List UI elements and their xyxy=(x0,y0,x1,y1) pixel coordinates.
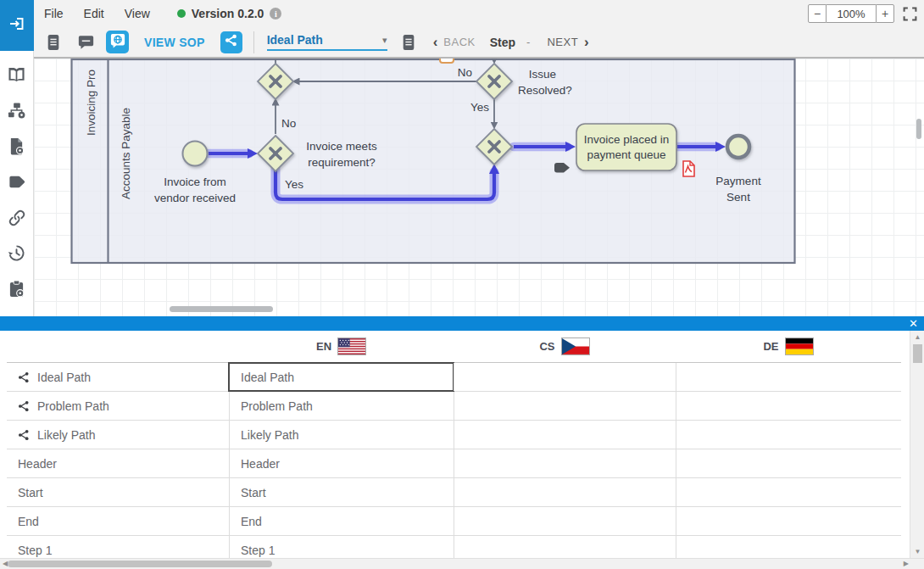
clipboard-gear-icon[interactable] xyxy=(8,280,25,298)
translation-input-en[interactable]: Start xyxy=(229,478,454,506)
bpmn-canvas[interactable]: Invoicing Pro Accounts Payable xyxy=(34,58,924,316)
table-row: Start Start xyxy=(7,478,901,507)
pdf-file-icon[interactable] xyxy=(683,161,694,176)
zoom-level-value: 100% xyxy=(827,4,876,23)
panel-horizontal-scrollbar[interactable]: ◀ ▶ xyxy=(0,558,924,569)
row-name-cell: Ideal Path xyxy=(7,363,229,391)
zoom-out-button[interactable]: − xyxy=(808,4,827,23)
table-row: Problem Path Problem Path xyxy=(7,392,901,421)
end-event[interactable] xyxy=(727,136,749,158)
row-label: Likely Path xyxy=(37,428,95,442)
path-selector-value: Ideal Path xyxy=(267,33,323,47)
translation-input-en[interactable]: Likely Path xyxy=(229,421,454,449)
row-name-cell: End xyxy=(7,507,229,535)
next-chevron-icon[interactable]: › xyxy=(584,35,589,49)
row-name-cell: Start xyxy=(7,478,229,506)
table-row: End End xyxy=(7,507,901,536)
share-icon xyxy=(18,429,30,441)
menu-file[interactable]: File xyxy=(44,7,64,20)
start-event-label-1: Invoice from xyxy=(164,176,226,188)
translation-input-de[interactable] xyxy=(676,392,901,420)
start-event-label-2: vendor received xyxy=(154,192,236,204)
translation-input-cs[interactable] xyxy=(454,421,676,449)
start-event[interactable] xyxy=(183,142,208,166)
panel-title-bar[interactable]: ✕ xyxy=(0,316,924,331)
sidebar xyxy=(0,0,34,316)
scroll-down-icon[interactable]: ▼ xyxy=(910,548,924,555)
toolbar: VIEW SOP Ideal Path ▾ ‹ BACK Step - NEXT… xyxy=(0,27,924,58)
pool-label: Invoicing Pro xyxy=(85,70,97,136)
lang-code-cs: CS xyxy=(539,340,554,353)
lane-label: Accounts Payable xyxy=(120,108,132,199)
table-row: Header Header xyxy=(7,449,901,478)
toolbar-divider xyxy=(253,31,254,53)
translation-input-de[interactable] xyxy=(676,363,901,391)
history-icon[interactable] xyxy=(8,244,25,262)
document-icon[interactable] xyxy=(46,34,61,51)
lang-code-en: EN xyxy=(316,340,331,353)
fullscreen-icon[interactable] xyxy=(903,7,917,21)
row-label: Problem Path xyxy=(37,399,109,413)
close-icon[interactable]: ✕ xyxy=(909,316,918,331)
translate-sop-button[interactable] xyxy=(106,31,129,53)
document-gear-icon[interactable] xyxy=(8,137,25,155)
view-sop-button[interactable]: VIEW SOP xyxy=(144,36,205,49)
translation-input-cs[interactable] xyxy=(454,507,676,535)
translation-input-en[interactable]: Step 1 xyxy=(229,536,454,558)
translation-input-de[interactable] xyxy=(676,421,901,449)
tag-icon[interactable] xyxy=(8,173,25,191)
sidebar-collapse-button[interactable] xyxy=(0,0,34,51)
book-icon[interactable] xyxy=(8,66,25,84)
sitemap-gear-icon[interactable] xyxy=(8,102,25,120)
panel-vertical-scrollbar[interactable]: ▲ ▼ xyxy=(910,331,924,558)
task-invoice-payment-queue[interactable] xyxy=(576,124,676,170)
gateway1-no-label: No xyxy=(281,117,296,130)
task-label-2: payment queue xyxy=(587,148,665,161)
scroll-right-icon[interactable]: ▶ xyxy=(904,560,909,567)
issue-no-label: No xyxy=(458,66,472,79)
translation-input-cs[interactable] xyxy=(454,478,676,506)
translation-input-de[interactable] xyxy=(676,507,901,535)
annotation-icon[interactable] xyxy=(440,59,454,63)
task-label-1: Invoice placed in xyxy=(584,133,670,146)
scroll-up-icon[interactable]: ▲ xyxy=(910,333,924,341)
chevron-down-icon: ▾ xyxy=(382,35,387,46)
back-button[interactable]: BACK xyxy=(443,36,475,48)
vertical-scroll-thumb[interactable] xyxy=(913,344,922,363)
menu-edit[interactable]: Edit xyxy=(84,7,104,20)
translation-input-en[interactable]: End xyxy=(229,507,454,535)
translation-input-en[interactable]: Header xyxy=(229,449,454,477)
path-selector-dropdown[interactable]: Ideal Path ▾ xyxy=(267,33,387,51)
translation-input-de[interactable] xyxy=(676,536,901,558)
de-flag-icon xyxy=(785,337,814,355)
issue-yes-label: Yes xyxy=(470,101,489,114)
share-icon xyxy=(18,371,30,383)
share-button[interactable] xyxy=(220,31,242,53)
version-status-dot xyxy=(177,9,186,18)
comment-icon[interactable] xyxy=(78,35,94,50)
translation-input-cs[interactable] xyxy=(454,449,676,477)
translation-input-cs[interactable] xyxy=(454,536,676,558)
menu-bar: File Edit View Version 0.2.0 i − 100% + xyxy=(0,0,924,28)
translation-input-cs[interactable] xyxy=(454,392,676,420)
translation-input-de[interactable] xyxy=(676,449,901,477)
canvas-horizontal-scrollbar[interactable] xyxy=(170,306,273,312)
menu-view[interactable]: View xyxy=(125,7,150,20)
translation-input-cs[interactable] xyxy=(454,363,676,391)
gateway1-label-1: Invoice meets xyxy=(306,140,377,153)
globe-chat-icon xyxy=(110,33,125,52)
row-label: Header xyxy=(18,457,57,471)
info-icon[interactable]: i xyxy=(270,8,281,20)
back-chevron-icon[interactable]: ‹ xyxy=(433,35,438,49)
translation-input-en[interactable]: Ideal Path xyxy=(229,363,454,391)
horizontal-scroll-thumb[interactable] xyxy=(8,561,272,567)
gateway1-label-2: requirement? xyxy=(308,156,376,169)
canvas-vertical-scrollbar[interactable] xyxy=(916,119,921,139)
zoom-in-button[interactable]: + xyxy=(876,4,894,23)
link-icon[interactable] xyxy=(8,209,25,226)
next-button[interactable]: NEXT xyxy=(547,36,578,48)
translation-input-en[interactable]: Problem Path xyxy=(229,392,454,420)
end-event-label-1: Payment xyxy=(715,175,761,187)
sop-document-icon[interactable] xyxy=(401,34,416,51)
translation-input-de[interactable] xyxy=(676,478,901,506)
